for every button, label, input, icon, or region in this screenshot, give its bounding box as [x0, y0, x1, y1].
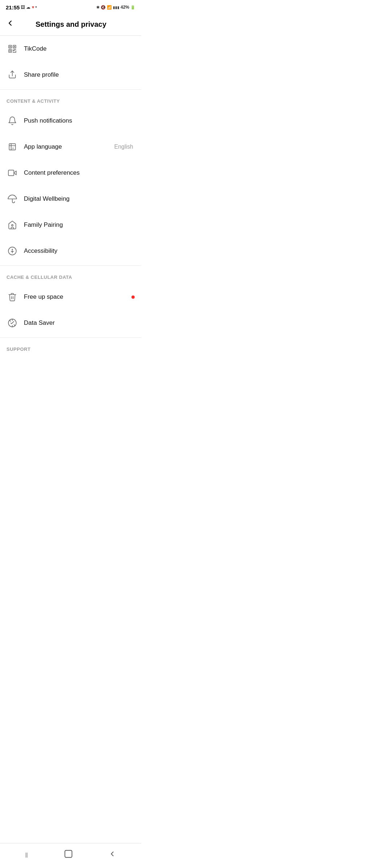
- free-up-space-wrapper: Free up space: [24, 293, 135, 301]
- accessibility-icon: [7, 245, 18, 257]
- qr-icon: [7, 43, 18, 55]
- share-icon: [7, 69, 18, 81]
- header: Settings and privacy: [0, 13, 141, 36]
- divider-3: [0, 337, 141, 338]
- status-left: 21:55 🖼 ☁ ♥ •: [6, 4, 37, 10]
- tikcode-label: TikCode: [24, 45, 135, 52]
- nav-spacer: [0, 356, 141, 378]
- cloud-icon: ☁: [26, 5, 30, 10]
- settings-list: TikCode Share profile CONTENT & ACTIVITY…: [0, 36, 141, 356]
- umbrella-icon: [7, 193, 18, 205]
- page-title: Settings and privacy: [17, 20, 125, 29]
- free-up-space-label: Free up space: [24, 293, 130, 301]
- status-bar: 21:55 🖼 ☁ ♥ • ✱ 🔇 📶 ▮▮▮ 42% 🔋: [0, 0, 141, 13]
- settings-item-tikcode[interactable]: TikCode: [0, 36, 141, 62]
- share-profile-label: Share profile: [24, 71, 135, 78]
- section-support-title: SUPPORT: [7, 346, 30, 352]
- svg-point-21: [12, 225, 13, 226]
- accessibility-label: Accessibility: [24, 247, 135, 255]
- settings-item-data-saver[interactable]: Data Saver: [0, 310, 141, 336]
- settings-item-app-language[interactable]: A App language English: [0, 134, 141, 160]
- svg-marker-20: [14, 171, 16, 175]
- section-cache-cellular: CACHE & CELLULAR DATA: [0, 267, 141, 284]
- battery-text: 42%: [121, 5, 129, 10]
- settings-item-digital-wellbeing[interactable]: Digital Wellbeing: [0, 186, 141, 212]
- status-right: ✱ 🔇 📶 ▮▮▮ 42% 🔋: [96, 5, 135, 10]
- svg-rect-4: [14, 46, 15, 47]
- dot-icon: •: [35, 5, 37, 10]
- app-language-value: English: [114, 144, 133, 150]
- section-content-activity-title: CONTENT & ACTIVITY: [7, 98, 60, 104]
- status-time: 21:55: [6, 4, 20, 10]
- svg-text:A: A: [12, 146, 14, 150]
- app-language-label: App language: [24, 143, 114, 150]
- divider-2: [0, 265, 141, 266]
- svg-rect-19: [8, 170, 14, 175]
- section-support: SUPPORT: [0, 339, 141, 356]
- trash-icon: [7, 291, 18, 303]
- family-icon: [7, 219, 18, 231]
- free-up-space-badge: [131, 295, 135, 299]
- bluetooth-icon: ✱: [96, 5, 100, 10]
- heart-icon: ♥: [31, 5, 34, 10]
- signal-icon: ▮▮▮: [113, 5, 119, 9]
- settings-item-accessibility[interactable]: Accessibility: [0, 238, 141, 264]
- section-cache-title: CACHE & CELLULAR DATA: [7, 275, 72, 280]
- settings-item-family-pairing[interactable]: Family Pairing: [0, 212, 141, 238]
- wifi-icon: 📶: [107, 5, 112, 10]
- svg-rect-5: [9, 50, 10, 51]
- back-button[interactable]: [6, 17, 17, 31]
- svg-point-23: [12, 249, 13, 250]
- bell-icon: [7, 115, 18, 127]
- photo-icon: 🖼: [21, 5, 25, 10]
- video-icon: [7, 167, 18, 179]
- content-preferences-label: Content preferences: [24, 169, 135, 176]
- language-icon: A: [7, 141, 18, 153]
- battery-icon: 🔋: [130, 5, 135, 10]
- settings-item-share-profile[interactable]: Share profile: [0, 62, 141, 88]
- datasaver-icon: [7, 317, 18, 329]
- settings-item-content-preferences[interactable]: Content preferences: [0, 160, 141, 186]
- settings-item-free-up-space[interactable]: Free up space: [0, 284, 141, 310]
- mute-icon: 🔇: [101, 5, 106, 10]
- svg-rect-3: [9, 46, 10, 47]
- section-content-activity: CONTENT & ACTIVITY: [0, 91, 141, 108]
- push-notifications-label: Push notifications: [24, 117, 135, 124]
- settings-item-push-notifications[interactable]: Push notifications: [0, 108, 141, 134]
- data-saver-label: Data Saver: [24, 319, 135, 327]
- divider-1: [0, 89, 141, 90]
- digital-wellbeing-label: Digital Wellbeing: [24, 195, 135, 203]
- family-pairing-label: Family Pairing: [24, 221, 135, 229]
